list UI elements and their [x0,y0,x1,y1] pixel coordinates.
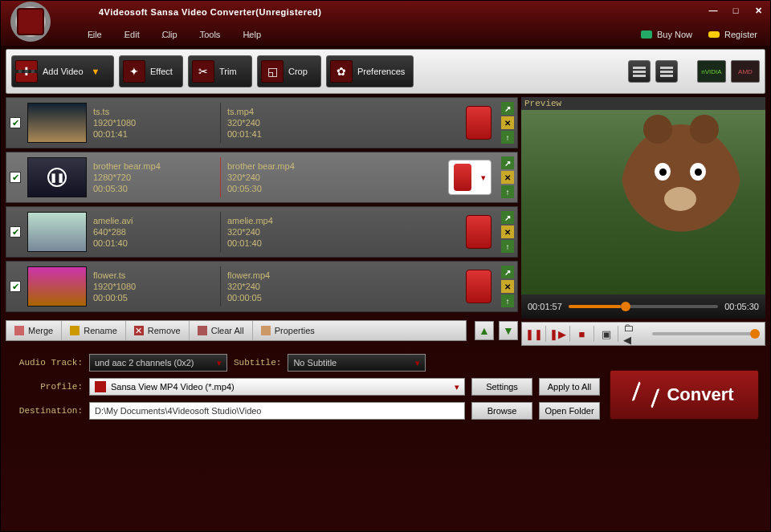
device-profile-button[interactable] [466,270,492,303]
file-row[interactable]: ✔ flower.ts 1920*1080 00:00:05 flower.mp… [6,261,518,312]
step-button[interactable]: ❚▶ [551,326,570,342]
stop-button[interactable]: ■ [575,326,594,342]
preferences-button[interactable]: ✿ Preferences [326,55,414,87]
convert-button[interactable]: Convert [610,370,759,420]
settings-button[interactable]: Settings [471,378,532,396]
refresh-icon [631,380,660,409]
remove-button[interactable]: ✕Remove [126,321,190,340]
chevron-down-icon: ▼ [92,67,100,76]
minimize-button[interactable]: — [706,6,720,18]
amd-badge-icon: AMD [731,60,760,83]
menu-help[interactable]: Help [233,26,271,43]
menubar: File Edit Clip Tools Help Buy Now Regist… [1,23,770,46]
open-snapshot-folder-button[interactable]: 🗀◀ [623,326,642,342]
preview-controls: ❚❚ ❚▶ ■ ▣ 🗀◀ [521,322,765,346]
row-remove-button[interactable]: ✕ [501,116,514,129]
preview-label: Preview [521,97,765,110]
file-duration: 00:05:30 [93,184,214,193]
thumbnail [27,266,87,307]
total-time: 00:05:30 [724,302,759,311]
row-up-button[interactable]: ↑ [501,294,514,307]
output-name: amelie.mp4 [227,216,348,225]
menu-tools[interactable]: Tools [190,26,230,43]
file-name: flower.ts [93,270,214,280]
file-row[interactable]: ✔ amelie.avi 640*288 00:01:40 amelie.mp4… [6,206,518,258]
move-down-button[interactable]: ▼ [499,321,518,340]
effect-label: Effect [150,67,173,76]
row-up-button[interactable]: ↑ [501,185,514,198]
properties-button[interactable]: Properties [253,321,323,340]
output-duration: 00:01:41 [227,129,348,139]
window-title: 4Videosoft Sansa Video Converter(Unregis… [99,7,322,17]
checkbox[interactable]: ✔ [10,281,21,292]
detail-view-button[interactable] [655,60,678,83]
row-up-button[interactable]: ↑ [501,240,514,253]
output-resolution: 320*240 [227,118,348,128]
close-button[interactable]: ✕ [751,6,765,18]
crop-button[interactable]: ◱ Crop [257,55,321,87]
merge-button[interactable]: Merge [6,321,62,340]
menu-file[interactable]: File [78,26,112,43]
timeline: 00:01:57 00:05:30 [521,294,765,319]
key-icon [708,31,720,38]
register-link[interactable]: Register [708,30,757,39]
apply-to-all-button[interactable]: Apply to All [539,378,600,396]
profile-value: Sansa View MP4 Video (*.mp4) [111,382,235,392]
cart-icon [641,30,652,39]
file-duration: 00:01:41 [93,129,214,139]
browse-button[interactable]: Browse [471,402,532,420]
row-remove-button[interactable]: ✕ [501,280,514,293]
audio-track-select[interactable]: und aac 2 channels (0x2) ▾ [89,354,227,372]
device-profile-button[interactable] [466,106,492,140]
file-list: ✔ ts.ts 1920*1080 00:01:41 ts.mp4 320*24… [6,97,518,346]
file-resolution: 1920*1080 [93,118,214,128]
maximize-button[interactable]: □ [728,6,743,18]
device-profile-button[interactable] [466,215,492,249]
snapshot-button[interactable]: ▣ [599,326,618,342]
row-remove-button[interactable]: ✕ [501,171,514,184]
open-folder-button[interactable]: Open Folder [539,402,600,420]
file-row[interactable]: ✔ ❚❚ brother bear.mp4 1280*720 00:05:30 … [6,152,518,203]
move-up-button[interactable]: ▲ [475,321,494,340]
profile-select[interactable]: Sansa View MP4 Video (*.mp4) ▾ [89,378,465,396]
menu-clip[interactable]: Clip [153,26,187,43]
clear-all-button[interactable]: Clear All [190,321,253,340]
checkbox[interactable]: ✔ [10,226,21,238]
file-row[interactable]: ✔ ts.ts 1920*1080 00:01:41 ts.mp4 320*24… [6,97,518,148]
convert-label: Convert [667,384,733,405]
thumbnail [27,103,87,143]
list-view-button[interactable] [628,60,651,83]
file-duration: 00:01:40 [93,238,214,248]
document-icon [261,326,271,335]
app-window: 4Videosoft Sansa Video Converter(Unregis… [0,0,771,532]
file-name: amelie.avi [93,216,214,225]
trim-button[interactable]: ✂ Trim [188,55,252,87]
add-video-button[interactable]: ✚ Add Video ▼ [11,55,114,87]
output-resolution: 320*240 [227,227,348,237]
checkbox[interactable]: ✔ [10,172,21,183]
subtitle-value: No Subtitle [293,358,337,368]
output-duration: 00:01:40 [227,238,348,248]
menu-edit[interactable]: Edit [115,26,149,43]
trash-icon [198,326,207,335]
file-name: ts.ts [93,107,214,116]
profile-label: Profile: [12,382,83,392]
volume-slider[interactable] [652,332,760,335]
row-expand-button[interactable]: ↗ [501,102,514,115]
row-expand-button[interactable]: ↗ [501,156,514,169]
seek-slider[interactable] [569,305,718,308]
rename-button[interactable]: Rename [62,321,126,340]
row-remove-button[interactable]: ✕ [501,225,514,238]
scissors-icon: ✂ [192,60,214,83]
pause-button[interactable]: ❚❚ [527,326,546,342]
subtitle-select[interactable]: No Subtitle ▾ [288,354,426,372]
row-up-button[interactable]: ↑ [501,131,514,144]
checkbox[interactable]: ✔ [10,117,21,128]
row-expand-button[interactable]: ↗ [501,266,514,278]
buy-now-link[interactable]: Buy Now [641,30,692,39]
row-expand-button[interactable]: ↗ [501,211,514,224]
destination-input[interactable]: D:\My Documents\4Videosoft Studio\Video [89,402,465,420]
effect-button[interactable]: ✦ Effect [119,55,183,87]
chevron-down-icon: ▾ [481,173,486,183]
device-profile-dropdown[interactable]: ▾ [448,160,492,195]
